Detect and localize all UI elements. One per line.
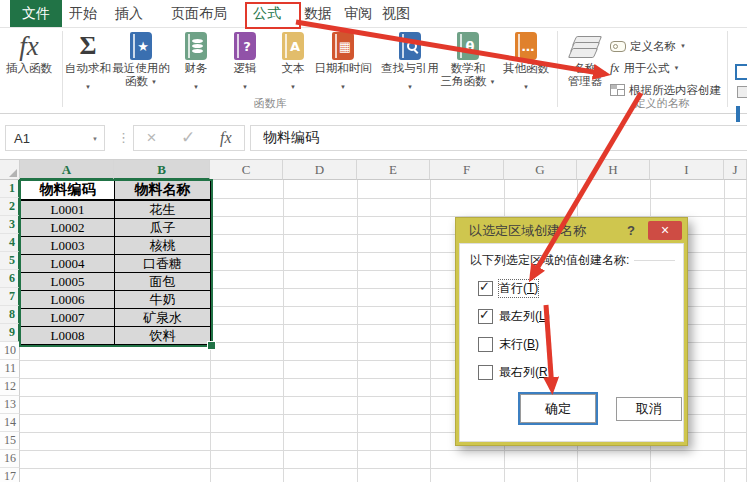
checkbox-left-column[interactable] [478, 309, 493, 324]
cell-A7[interactable]: L0006 [21, 291, 115, 309]
checkbox-bottom-row[interactable] [478, 337, 493, 352]
cell-B2[interactable]: 花生 [115, 201, 211, 219]
cell-A9[interactable]: L0008 [21, 327, 115, 345]
row-header-17[interactable]: 17 [0, 468, 20, 482]
cell-B8[interactable]: 矿泉水 [115, 309, 211, 327]
row-header-1[interactable]: 1 [0, 180, 20, 198]
tab-file[interactable]: 文件 [10, 0, 62, 27]
tab-review[interactable]: 审阅 [341, 0, 375, 27]
chevron-down-icon: ▼ [490, 78, 496, 86]
ribbon-button-logical[interactable]: ?逻辑▼ [222, 30, 268, 95]
row-header-7[interactable]: 7 [0, 288, 20, 306]
row-header-14[interactable]: 14 [0, 414, 20, 432]
row-header-15[interactable]: 15 [0, 432, 20, 450]
checkbox-right-column[interactable] [478, 365, 493, 380]
use-in-formula-icon: fx [610, 60, 619, 76]
row-header-10[interactable]: 10 [0, 342, 20, 360]
ribbon-button-date-time[interactable]: ▦日期和时间▼ [306, 30, 380, 95]
row-header-4[interactable]: 4 [0, 234, 20, 252]
ribbon-button-financial[interactable]: 财务▼ [173, 30, 219, 95]
fill-handle[interactable] [207, 341, 216, 350]
button-label: 其他函数 [497, 62, 555, 75]
ribbon-button-use-in-formula[interactable]: fx用于公式▼ [610, 59, 679, 77]
ribbon-button-insert-function[interactable]: fx插入函数 [0, 30, 58, 75]
tab-page-layout[interactable]: 页面布局 [168, 0, 230, 27]
cell-B9[interactable]: 饮料 [115, 327, 211, 345]
label-suf: ) [534, 281, 538, 295]
label-suf: ) [546, 309, 550, 323]
column-header-G[interactable]: G [504, 160, 577, 180]
book-symbol: … [522, 39, 535, 54]
ribbon-button-define-name[interactable]: 定义名称▼ [610, 37, 686, 55]
tab-insert[interactable]: 插入 [112, 0, 146, 27]
book-icon [399, 32, 421, 60]
book-icon: … [515, 32, 537, 60]
column-header-E[interactable]: E [357, 160, 430, 180]
tab-home[interactable]: 开始 [66, 0, 100, 27]
row-header-3[interactable]: 3 [0, 216, 20, 234]
cell-B3[interactable]: 瓜子 [115, 219, 211, 237]
formula-input[interactable]: 物料编码 [250, 125, 747, 151]
row-header-2[interactable]: 2 [0, 198, 20, 216]
checkbox-top-row[interactable] [478, 281, 493, 296]
tab-data[interactable]: 数据 [301, 0, 335, 27]
cell-A3[interactable]: L0002 [21, 219, 115, 237]
ribbon-button-recently-used[interactable]: ★最近使用的函数▼ [103, 30, 179, 88]
column-header-A[interactable]: A [20, 160, 114, 180]
column-header-C[interactable]: C [210, 160, 283, 180]
cell-B5[interactable]: 口香糖 [115, 255, 211, 273]
cell-B4[interactable]: 核桃 [115, 237, 211, 255]
button-label: 最近使用的 [103, 62, 179, 75]
annotation-red-box [245, 2, 301, 29]
cell-A6[interactable]: L0005 [21, 273, 115, 291]
column-header-D[interactable]: D [283, 160, 357, 180]
row-header-12[interactable]: 12 [0, 378, 20, 396]
book-icon: ▦ [332, 32, 354, 60]
row-header-9[interactable]: 9 [0, 324, 20, 342]
cancel-icon[interactable]: × [146, 126, 156, 150]
enter-icon[interactable]: ✓ [181, 126, 195, 150]
help-icon[interactable]: ? [627, 218, 635, 243]
cell-A1[interactable]: 物料编码 [21, 181, 115, 201]
ribbon-overflow-icon [736, 106, 740, 122]
column-header-H[interactable]: H [577, 160, 650, 180]
column-header-F[interactable]: F [430, 160, 504, 180]
ribbon-button-create-from-selection[interactable]: 根据所选内容创建 [610, 81, 721, 99]
book-symbol: A [290, 39, 300, 54]
cell-A4[interactable]: L0003 [21, 237, 115, 255]
ok-button[interactable]: 确定 [520, 394, 596, 423]
label-suf: ) [535, 337, 539, 351]
column-header-I[interactable]: I [650, 160, 724, 180]
column-header-B[interactable]: B [114, 160, 210, 180]
cell-B6[interactable]: 面包 [115, 273, 211, 291]
row-header-5[interactable]: 5 [0, 252, 20, 270]
row-header-13[interactable]: 13 [0, 396, 20, 414]
cell-A2[interactable]: L0001 [21, 201, 115, 219]
close-icon[interactable]: × [648, 221, 682, 240]
chevron-down-icon: ▼ [151, 78, 157, 86]
cell-B1[interactable]: 物料名称 [115, 181, 211, 201]
row-header-16[interactable]: 16 [0, 450, 20, 468]
row-header-8[interactable]: 8 [0, 306, 20, 324]
name-box[interactable]: A1 ▼ [5, 125, 105, 151]
ribbon-button-math-trig[interactable]: θ数学和三角函数▼ [436, 30, 500, 88]
book-icon: A [282, 32, 304, 60]
cancel-button[interactable]: 取消 [616, 397, 682, 421]
select-all-corner[interactable] [0, 160, 20, 180]
chevron-down-icon: ▼ [290, 83, 296, 91]
chevron-down-icon[interactable]: ▼ [92, 126, 98, 152]
button-label: 日期和时间 [306, 62, 380, 75]
column-header-J[interactable]: J [724, 160, 747, 180]
ribbon-button-name-manager[interactable]: 名称管理器 [563, 30, 607, 88]
tab-view[interactable]: 视图 [379, 0, 413, 27]
ribbon-button-more-functions[interactable]: …其他函数▼ [497, 30, 555, 95]
checkbox-label-right-column: 最右列(R) [499, 364, 552, 381]
row-header-11[interactable]: 11 [0, 360, 20, 378]
chevron-down-icon: ▼ [193, 83, 199, 91]
cell-A5[interactable]: L0004 [21, 255, 115, 273]
insert-function-icon[interactable]: fx [220, 129, 232, 147]
label-pre: 末行( [499, 337, 527, 351]
cell-A8[interactable]: L0007 [21, 309, 115, 327]
row-header-6[interactable]: 6 [0, 270, 20, 288]
cell-B7[interactable]: 牛奶 [115, 291, 211, 309]
